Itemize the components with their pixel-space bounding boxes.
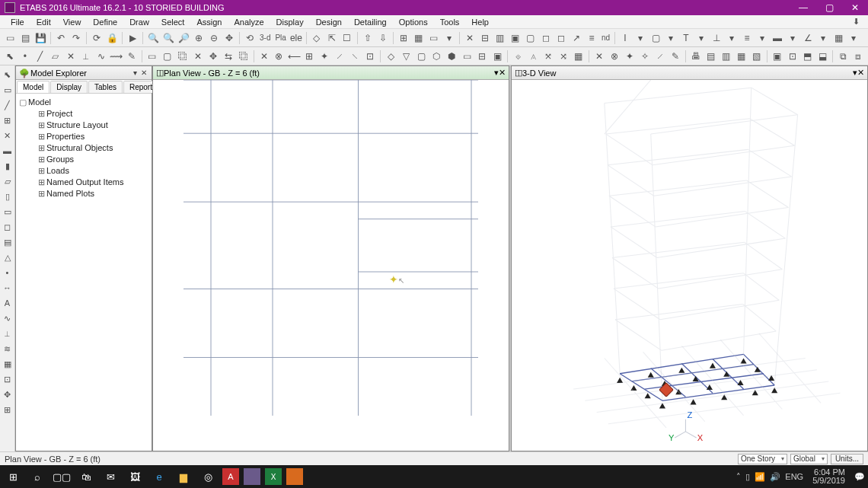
group-icon[interactable]: ⧈	[851, 49, 865, 63]
tool-i-icon[interactable]: ◇	[384, 49, 397, 63]
section-tool-icon[interactable]: ⊡	[2, 373, 14, 385]
tee-icon[interactable]: T	[679, 31, 693, 45]
menu-tools[interactable]: Tools	[434, 18, 466, 27]
export1-icon[interactable]: ▣	[771, 49, 784, 63]
spring-tool-icon[interactable]: ≋	[2, 343, 14, 355]
select-all-icon[interactable]: ▭	[145, 49, 159, 63]
tool-a-icon[interactable]: ✕	[257, 49, 271, 63]
tree-item-named-plots[interactable]: ⊞Named Plots	[19, 188, 148, 199]
run-icon[interactable]: ▶	[126, 31, 139, 45]
all-tool-icon[interactable]: ⊞	[2, 403, 14, 416]
mail-icon[interactable]: ✉	[101, 467, 120, 486]
tab-display[interactable]: Display	[50, 81, 88, 93]
grid-tool-icon[interactable]: ▦	[2, 358, 14, 370]
tool-y-icon[interactable]: ✧	[638, 49, 652, 63]
tool-x-icon[interactable]: ✦	[623, 49, 637, 63]
tree-root[interactable]: ▢Model	[19, 97, 148, 108]
dropdown6-icon[interactable]: ▾	[755, 31, 769, 45]
menu-display[interactable]: Display	[270, 18, 310, 27]
report4-icon[interactable]: ▧	[750, 49, 764, 63]
taskbar-clock[interactable]: 6:04 PM 5/9/2019	[808, 468, 850, 485]
align3-icon[interactable]: ▭	[427, 31, 441, 45]
edge-icon[interactable]: e	[149, 467, 169, 486]
pointer-icon[interactable]: ⬉	[3, 49, 17, 63]
tab-model[interactable]: Model	[17, 81, 49, 93]
rotate-3d-icon[interactable]: ⟲	[243, 31, 257, 45]
snap-tool-icon[interactable]: ✥	[2, 388, 14, 400]
menu-options[interactable]: Options	[393, 18, 434, 27]
edit-icon[interactable]: ✎	[125, 49, 139, 63]
notifications-icon[interactable]: 💬	[854, 472, 865, 482]
spring-icon[interactable]: ⟿	[110, 49, 123, 63]
tool-o-icon[interactable]: ⊟	[475, 49, 489, 63]
reshape-tool-icon[interactable]: ▭	[2, 84, 14, 96]
tag-icon[interactable]: ◻	[554, 31, 568, 45]
menu-view[interactable]: View	[57, 18, 88, 27]
menu-define[interactable]: Define	[87, 18, 123, 27]
delete-icon[interactable]: ✕	[191, 49, 205, 63]
save-icon[interactable]: 💾	[34, 31, 47, 45]
tool-q-icon[interactable]: ⟐	[511, 49, 525, 63]
model-explorer-title[interactable]: 🌳 Model Explorer ▾ ✕	[16, 66, 152, 80]
panel-close-icon[interactable]: ✕	[139, 69, 148, 78]
secondary-tool-icon[interactable]: ▱	[2, 175, 14, 187]
battery-icon[interactable]: ▯	[745, 472, 750, 482]
dropdown7-icon[interactable]: ▾	[786, 31, 799, 45]
deck-tool-icon[interactable]: ▤	[2, 236, 14, 248]
tree-item-structural-objects[interactable]: ⊞Structural Objects	[19, 142, 148, 154]
tendon-tool-icon[interactable]: ∿	[2, 312, 14, 324]
panel-dropdown-icon[interactable]: ▾	[130, 69, 139, 78]
beam-tool-icon[interactable]: ▬	[2, 145, 14, 157]
dropdown5-icon[interactable]: ▾	[725, 31, 739, 45]
pan-icon[interactable]: ✥	[222, 31, 236, 45]
nd-label[interactable]: nd	[600, 33, 611, 42]
link-icon[interactable]: ⟂	[79, 49, 93, 63]
tool-n-icon[interactable]: ▭	[460, 49, 474, 63]
tool-f-icon[interactable]: ⟋	[333, 49, 346, 63]
tool-m-icon[interactable]: ⬢	[445, 49, 458, 63]
joint-tool-icon[interactable]: •	[2, 266, 14, 279]
excel-icon[interactable]: X	[265, 468, 282, 485]
maximize-button[interactable]: ▢	[816, 0, 842, 15]
elevation-icon[interactable]: ele	[289, 31, 303, 45]
dropdown3-icon[interactable]: ▾	[664, 31, 678, 45]
menu-edit[interactable]: Edit	[30, 18, 57, 27]
tool-b-icon[interactable]: ⊗	[273, 49, 286, 63]
tree-item-loads[interactable]: ⊞Loads	[19, 165, 148, 177]
zoom-extents-icon[interactable]: 🔍	[161, 31, 175, 45]
cube-icon[interactable]: ▣	[509, 31, 522, 45]
photos-icon[interactable]: 🖼	[125, 467, 145, 486]
zoom-out-icon[interactable]: ⊖	[207, 31, 221, 45]
frame-icon[interactable]: ╱	[34, 49, 47, 63]
wall-icon[interactable]: ≡	[740, 31, 754, 45]
export2-icon[interactable]: ⊡	[786, 49, 799, 63]
grid-icon[interactable]: ▦	[831, 31, 845, 45]
volume-icon[interactable]: 🔊	[770, 472, 780, 482]
dropdown2-icon[interactable]: ▾	[633, 31, 647, 45]
replicate-icon[interactable]: ⿻	[237, 49, 251, 63]
wifi-icon[interactable]: 📶	[755, 472, 765, 482]
threed-label[interactable]: 3-d	[258, 33, 272, 42]
x-icon[interactable]: ✕	[463, 31, 477, 45]
down-icon[interactable]: ⇩	[376, 31, 390, 45]
align2-icon[interactable]: ▦	[412, 31, 426, 45]
start-button[interactable]: ⊞	[3, 467, 23, 486]
menu-file[interactable]: File	[5, 18, 30, 27]
pla-label[interactable]: Pla	[273, 33, 287, 42]
tool-t-icon[interactable]: ⤨	[557, 49, 570, 63]
shell-icon[interactable]: ▱	[49, 49, 62, 63]
bar-icon[interactable]: ⊟	[478, 31, 492, 45]
tree-item-named-output[interactable]: ⊞Named Output Items	[19, 177, 148, 188]
arrow-tool-icon[interactable]: ⬉	[2, 69, 14, 81]
dropdown4-icon[interactable]: ▾	[694, 31, 708, 45]
column-icon[interactable]: ⊥	[710, 31, 723, 45]
menu-assign[interactable]: Assign	[190, 18, 228, 27]
brace-icon[interactable]: ✕	[64, 49, 78, 63]
minimize-button[interactable]: —	[790, 0, 816, 15]
app-icon[interactable]	[286, 468, 303, 485]
chart-icon[interactable]: ▥	[493, 31, 507, 45]
three-d-view-titlebar[interactable]: ◫ 3-D View ▾ ✕	[512, 66, 867, 80]
tool-g-icon[interactable]: ⟍	[348, 49, 362, 63]
tool-s-icon[interactable]: ⤧	[541, 49, 555, 63]
align-icon[interactable]: ⊞	[397, 31, 410, 45]
